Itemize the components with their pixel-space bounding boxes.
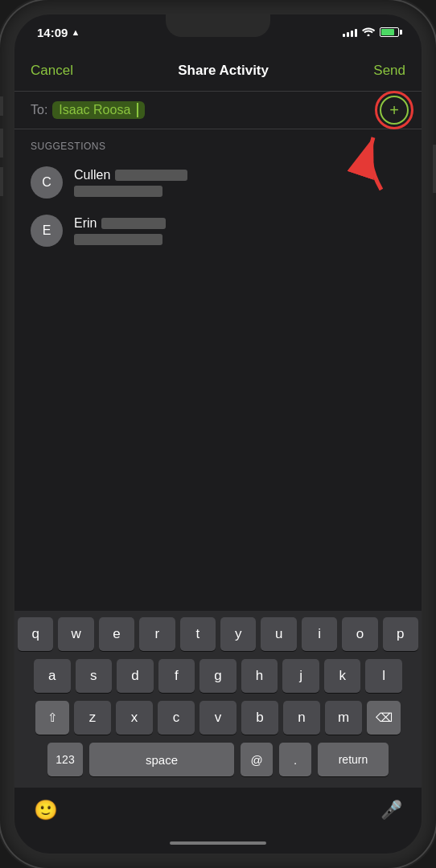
key-z[interactable]: z (74, 701, 111, 735)
key-c[interactable]: c (158, 701, 195, 735)
key-b[interactable]: b (241, 701, 278, 735)
key-u[interactable]: u (261, 617, 296, 651)
keyboard-row-4: 123 space @ . return (18, 743, 418, 776)
shift-key[interactable]: ⇧ (35, 701, 69, 735)
notch (166, 14, 270, 37)
keyboard-row-3: ⇧ z x c v b n m ⌫ (18, 701, 418, 735)
home-indicator-bar (14, 833, 422, 854)
time-display: 14:09 (37, 26, 68, 39)
delete-key[interactable]: ⌫ (367, 701, 401, 735)
to-label: To: (31, 103, 47, 117)
key-h[interactable]: h (241, 659, 278, 693)
erin-name-text: Erin (74, 216, 97, 231)
space-key[interactable]: space (89, 743, 234, 776)
suggestion-info-cullen: Cullen (74, 168, 187, 197)
key-l[interactable]: l (365, 659, 402, 693)
suggestion-item-cullen[interactable]: C Cullen (31, 158, 405, 207)
key-n[interactable]: n (283, 701, 320, 735)
battery-icon (380, 27, 399, 37)
recipient-chip[interactable]: Isaac Roosa (52, 101, 145, 119)
key-m[interactable]: m (325, 701, 362, 735)
erin-blurred-detail (101, 218, 166, 229)
microphone-button[interactable]: 🎤 (380, 800, 402, 821)
key-d[interactable]: d (117, 659, 154, 693)
period-key[interactable]: . (279, 743, 311, 776)
at-key[interactable]: @ (241, 743, 273, 776)
cullen-blurred-sub (74, 186, 162, 197)
battery-fill (381, 29, 394, 35)
send-button[interactable]: Send (373, 63, 405, 79)
location-icon: ▲ (71, 27, 80, 37)
cancel-button[interactable]: Cancel (31, 63, 73, 79)
suggestion-info-erin: Erin (74, 216, 166, 245)
suggestions-section: SUGGESTIONS C Cullen E (14, 129, 422, 261)
cullen-blurred-detail (115, 170, 187, 181)
key-y[interactable]: y (220, 617, 256, 651)
nav-bar: Cancel Share Activity Send (14, 50, 422, 92)
bottom-bar: 🙂 🎤 (14, 788, 422, 833)
home-indicator (170, 841, 266, 845)
key-f[interactable]: f (158, 659, 195, 693)
suggestion-name-erin: Erin (74, 216, 166, 231)
key-a[interactable]: a (34, 659, 71, 693)
key-k[interactable]: k (324, 659, 361, 693)
emoji-button[interactable]: 🙂 (34, 799, 58, 821)
phone-frame: 14:09 ▲ (0, 0, 436, 868)
key-e[interactable]: e (99, 617, 134, 651)
keyboard: q w e r t y u i o p a s d f g h j k (14, 611, 422, 788)
volume-up-button[interactable] (0, 129, 3, 158)
cullen-name-text: Cullen (74, 168, 110, 182)
avatar-erin: E (31, 215, 63, 247)
silent-switch[interactable] (0, 96, 3, 116)
signal-bar-4 (355, 29, 357, 37)
erin-blurred-sub (74, 234, 162, 245)
key-j[interactable]: j (282, 659, 319, 693)
key-p[interactable]: p (383, 617, 418, 651)
text-cursor (137, 103, 138, 117)
signal-bar-3 (351, 31, 353, 37)
signal-bar-2 (347, 32, 349, 37)
power-button[interactable] (433, 145, 436, 193)
key-g[interactable]: g (199, 659, 237, 693)
key-t[interactable]: t (180, 617, 216, 651)
keyboard-row-1: q w e r t y u i o p (18, 617, 418, 651)
return-key[interactable]: return (318, 743, 389, 776)
status-time: 14:09 ▲ (37, 26, 80, 39)
phone-screen: 14:09 ▲ (14, 14, 422, 854)
suggestion-sub-erin (74, 234, 166, 245)
key-i[interactable]: i (302, 617, 337, 651)
key-x[interactable]: x (116, 701, 153, 735)
suggestion-name-cullen: Cullen (74, 168, 187, 182)
wifi-icon (362, 27, 375, 39)
suggestions-header: SUGGESTIONS (31, 141, 405, 152)
numbers-key[interactable]: 123 (47, 743, 83, 776)
to-field[interactable]: To: Isaac Roosa + (14, 92, 422, 129)
key-s[interactable]: s (76, 659, 113, 693)
status-icons (343, 27, 399, 39)
signal-bar-1 (343, 34, 345, 37)
avatar-cullen: C (31, 166, 63, 199)
signal-icon (343, 27, 357, 37)
suggestion-item-erin[interactable]: E Erin (31, 207, 405, 255)
add-contact-button[interactable]: + (380, 96, 409, 125)
key-r[interactable]: r (139, 617, 175, 651)
page-title: Share Activity (178, 63, 269, 79)
key-w[interactable]: w (58, 617, 93, 651)
key-o[interactable]: o (342, 617, 377, 651)
key-q[interactable]: q (18, 617, 53, 651)
keyboard-row-2: a s d f g h j k l (18, 659, 418, 693)
recipient-name: Isaac Roosa (59, 103, 130, 117)
key-v[interactable]: v (199, 701, 237, 735)
suggestion-sub-cullen (74, 186, 187, 197)
volume-down-button[interactable] (0, 167, 3, 196)
main-content-area (14, 261, 422, 611)
